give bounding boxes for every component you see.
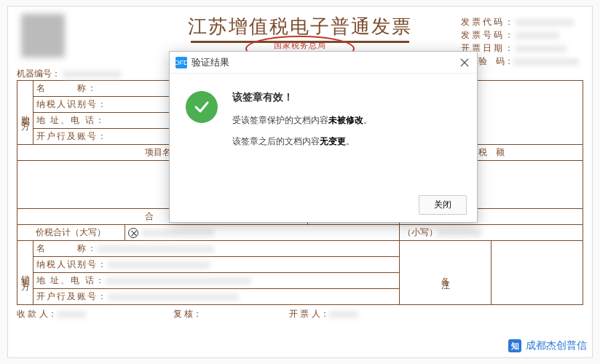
buyer-bank-label: 开户行及账号： (36, 131, 108, 141)
buyer-taxid-label: 纳税人识别号： (36, 99, 108, 109)
buyer-section-label: 购买方 (17, 81, 33, 145)
reviewer-label: 复 核： (173, 309, 202, 319)
meta-number-value (516, 32, 559, 39)
meta-code-label: 发票代码： (461, 17, 516, 27)
amount-label: 价税合计（大写） (17, 225, 125, 241)
buyer-name-label: 名 称： (36, 83, 98, 93)
circle-x-icon (128, 228, 138, 238)
invoice-meta: 发票代码： 发票号码： 开票日期： 校 验 码： (461, 15, 579, 68)
dialog-title-text: 验证结果 (192, 52, 229, 74)
qr-code (21, 14, 65, 58)
dialog-body: 该签章有效！ 受该签章保护的文档内容未被修改。 该签章之后的文档内容无变更。 (170, 74, 477, 164)
seller-section-label: 销售方 (17, 241, 33, 305)
meta-date-value (516, 45, 567, 52)
supervision-stamp-text: 国家税务总局 (274, 40, 326, 51)
meta-code-value (516, 19, 574, 26)
seller-bank-label: 开户行及账号： (36, 291, 108, 301)
seller-taxid-label: 纳税人识别号： (36, 259, 108, 269)
dialog-message: 该签章有效！ 受该签章保护的文档内容未被修改。 该签章之后的文档内容无变更。 (232, 91, 372, 157)
remark-cell (492, 241, 583, 305)
verification-dialog: OFD 验证结果 该签章有效！ 受该签章保护的文档内容未被修改。 该签章之后的文… (169, 51, 478, 223)
machine-label: 机器编号： (17, 68, 60, 79)
ofd-logo-icon: OFD (175, 57, 187, 68)
amount-small: （小写） (400, 225, 583, 241)
invoice-footer: 收 款 人： 复 核： 开 票 人： (17, 308, 583, 320)
dialog-line1: 受该签章保护的文档内容未被修改。 (232, 114, 372, 127)
success-check-icon (186, 91, 218, 123)
dialog-titlebar: OFD 验证结果 (170, 52, 477, 74)
dialog-line2: 该签章之后的文档内容无变更。 (232, 135, 372, 148)
watermark-text: 成都杰创普信 (526, 339, 587, 352)
seller-name-label: 名 称： (36, 243, 98, 253)
close-icon[interactable] (458, 56, 471, 69)
remark-label: 备注 (400, 241, 492, 305)
payee-label: 收 款 人： (17, 309, 57, 319)
machine-value (63, 71, 121, 78)
close-button[interactable]: 关闭 (419, 195, 467, 215)
meta-check-value (513, 58, 579, 66)
zhihu-watermark: 知 成都杰创普信 (508, 339, 587, 352)
dialog-heading: 该签章有效！ (232, 91, 372, 104)
meta-number-label: 发票号码： (461, 30, 516, 40)
buyer-addr-label: 地 址、电 话： (36, 115, 106, 125)
seller-addr-label: 地 址、电 话： (36, 275, 106, 285)
zhihu-logo-icon: 知 (508, 339, 521, 352)
amount-words (125, 225, 399, 241)
drawer-label: 开 票 人： (289, 309, 329, 319)
